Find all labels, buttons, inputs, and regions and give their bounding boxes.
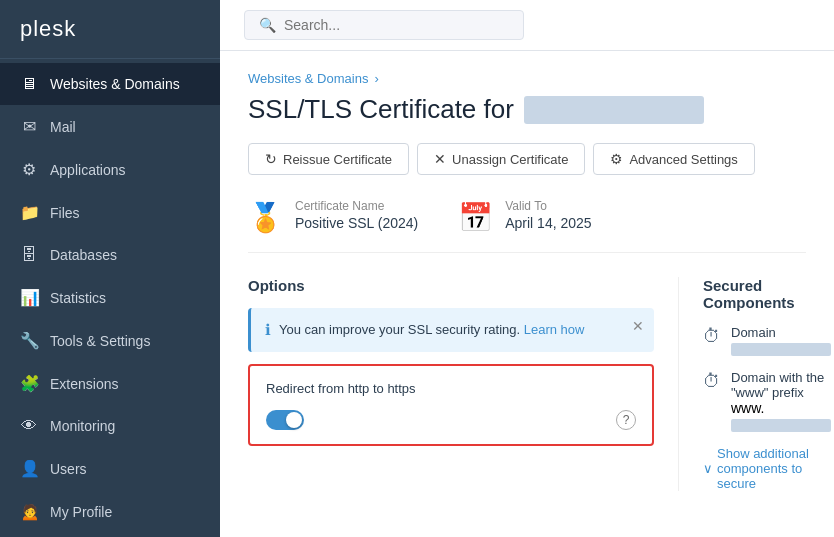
profile-icon: 🙍 <box>20 502 38 521</box>
gear-icon: ⚙ <box>610 151 623 167</box>
certificate-icon: 🏅 <box>248 201 283 234</box>
redirect-toggle[interactable] <box>266 410 304 430</box>
page-title: SSL/TLS Certificate for <box>248 94 806 125</box>
redirect-title: Redirect from http to https <box>266 380 636 398</box>
cert-valid-block: 📅 Valid To April 14, 2025 <box>458 199 591 234</box>
toggle-thumb <box>286 412 302 428</box>
cert-name-block: 🏅 Certificate Name Positive SSL (2024) <box>248 199 418 234</box>
cert-valid-label: Valid To <box>505 199 591 213</box>
cert-name-value: Positive SSL (2024) <box>295 215 418 231</box>
alert-text: You can improve your SSL security rating… <box>279 320 584 340</box>
close-icon: ✕ <box>434 151 446 167</box>
sidebar-item-my-profile[interactable]: 🙍 My Profile <box>0 490 220 533</box>
www-domain-value-blurred <box>731 419 831 432</box>
unassign-certificate-button[interactable]: ✕ Unassign Certificate <box>417 143 585 175</box>
sidebar-item-label: Websites & Domains <box>50 76 180 92</box>
toggle-track <box>266 410 304 430</box>
action-buttons: ↻ Reissue Certificate ✕ Unassign Certifi… <box>248 143 806 175</box>
search-icon: 🔍 <box>259 17 276 33</box>
page-title-text: SSL/TLS Certificate for <box>248 94 514 125</box>
main-content: 🔍 Websites & Domains › SSL/TLS Certifica… <box>220 0 834 537</box>
statistics-icon: 📊 <box>20 288 38 307</box>
cert-valid-value: April 14, 2025 <box>505 215 591 231</box>
unassign-label: Unassign Certificate <box>452 152 568 167</box>
files-icon: 📁 <box>20 203 38 222</box>
info-icon: ℹ <box>265 321 271 339</box>
extensions-icon: 🧩 <box>20 374 38 393</box>
chevron-down-icon: ∨ <box>703 461 713 476</box>
databases-icon: 🗄 <box>20 246 38 264</box>
alert-close-button[interactable]: ✕ <box>632 318 644 334</box>
alert-message: You can improve your SSL security rating… <box>279 322 520 337</box>
sidebar-nav: 🖥 Websites & Domains ✉ Mail ⚙ Applicatio… <box>0 59 220 537</box>
secured-column: Secured Components ⏱ Domain ⏱ Domain wit… <box>678 277 831 491</box>
sidebar-item-applications[interactable]: ⚙ Applications <box>0 148 220 191</box>
content-area: Websites & Domains › SSL/TLS Certificate… <box>220 51 834 537</box>
breadcrumb: Websites & Domains › <box>248 71 806 86</box>
secured-domain-item: ⏱ Domain <box>703 325 831 356</box>
secured-title: Secured Components <box>703 277 831 311</box>
sidebar-item-label: Tools & Settings <box>50 333 150 349</box>
sidebar-item-files[interactable]: 📁 Files <box>0 191 220 234</box>
secured-domain-label: Domain <box>731 325 831 340</box>
show-more-components[interactable]: ∨ Show additional components to secure <box>703 446 831 491</box>
sidebar-item-extensions[interactable]: 🧩 Extensions <box>0 362 220 405</box>
www-secure-icon: ⏱ <box>703 371 721 392</box>
secured-www-label: Domain with the "www" prefix <box>731 370 831 400</box>
sidebar-item-statistics[interactable]: 📊 Statistics <box>0 276 220 319</box>
ssl-alert: ℹ You can improve your SSL security rati… <box>248 308 654 352</box>
monitoring-icon: 👁 <box>20 417 38 435</box>
cert-valid-details: Valid To April 14, 2025 <box>505 199 591 231</box>
domain-secure-icon: ⏱ <box>703 326 721 347</box>
sidebar-item-label: Monitoring <box>50 418 115 434</box>
sidebar-item-label: Mail <box>50 119 76 135</box>
advanced-label: Advanced Settings <box>629 152 737 167</box>
sidebar: plesk 🖥 Websites & Domains ✉ Mail ⚙ Appl… <box>0 0 220 537</box>
secured-www-value: www. <box>731 400 831 432</box>
sidebar-item-databases[interactable]: 🗄 Databases <box>0 234 220 276</box>
calendar-icon: 📅 <box>458 201 493 234</box>
search-input[interactable] <box>284 17 484 33</box>
sidebar-item-label: Applications <box>50 162 126 178</box>
two-column-layout: Options ℹ You can improve your SSL secur… <box>248 277 806 491</box>
sidebar-item-users[interactable]: 👤 Users <box>0 447 220 490</box>
breadcrumb-parent[interactable]: Websites & Domains <box>248 71 368 86</box>
sidebar-item-label: Users <box>50 461 87 477</box>
reissue-label: Reissue Certificate <box>283 152 392 167</box>
redirect-card: Redirect from http to https ? <box>248 364 654 446</box>
www-prefix-text: www. <box>731 400 764 416</box>
sidebar-item-mail[interactable]: ✉ Mail <box>0 105 220 148</box>
sidebar-item-tools-settings[interactable]: 🔧 Tools & Settings <box>0 319 220 362</box>
options-column: Options ℹ You can improve your SSL secur… <box>248 277 678 491</box>
breadcrumb-separator: › <box>374 71 378 86</box>
refresh-icon: ↻ <box>265 151 277 167</box>
domain-blurred <box>524 96 704 124</box>
domain-value-blurred <box>731 343 831 356</box>
secured-domain-value <box>731 340 831 356</box>
reissue-certificate-button[interactable]: ↻ Reissue Certificate <box>248 143 409 175</box>
mail-icon: ✉ <box>20 117 38 136</box>
secured-www-item: ⏱ Domain with the "www" prefix www. <box>703 370 831 432</box>
secured-www-details: Domain with the "www" prefix www. <box>731 370 831 432</box>
topbar: 🔍 <box>220 0 834 51</box>
sidebar-item-websites-domains[interactable]: 🖥 Websites & Domains <box>0 63 220 105</box>
options-title: Options <box>248 277 654 294</box>
sidebar-item-label: My Profile <box>50 504 112 520</box>
sidebar-logo: plesk <box>0 0 220 59</box>
show-more-label: Show additional components to secure <box>717 446 831 491</box>
search-box[interactable]: 🔍 <box>244 10 524 40</box>
sidebar-item-label: Extensions <box>50 376 118 392</box>
users-icon: 👤 <box>20 459 38 478</box>
sidebar-item-monitoring[interactable]: 👁 Monitoring <box>0 405 220 447</box>
sidebar-item-label: Databases <box>50 247 117 263</box>
secured-domain-details: Domain <box>731 325 831 356</box>
cert-name-label: Certificate Name <box>295 199 418 213</box>
certificate-info-row: 🏅 Certificate Name Positive SSL (2024) 📅… <box>248 199 806 253</box>
tools-icon: 🔧 <box>20 331 38 350</box>
advanced-settings-button[interactable]: ⚙ Advanced Settings <box>593 143 754 175</box>
redirect-footer: ? <box>266 410 636 430</box>
sidebar-item-label: Statistics <box>50 290 106 306</box>
redirect-help-icon[interactable]: ? <box>616 410 636 430</box>
alert-learn-more-link[interactable]: Learn how <box>524 322 585 337</box>
sidebar-item-label: Files <box>50 205 80 221</box>
